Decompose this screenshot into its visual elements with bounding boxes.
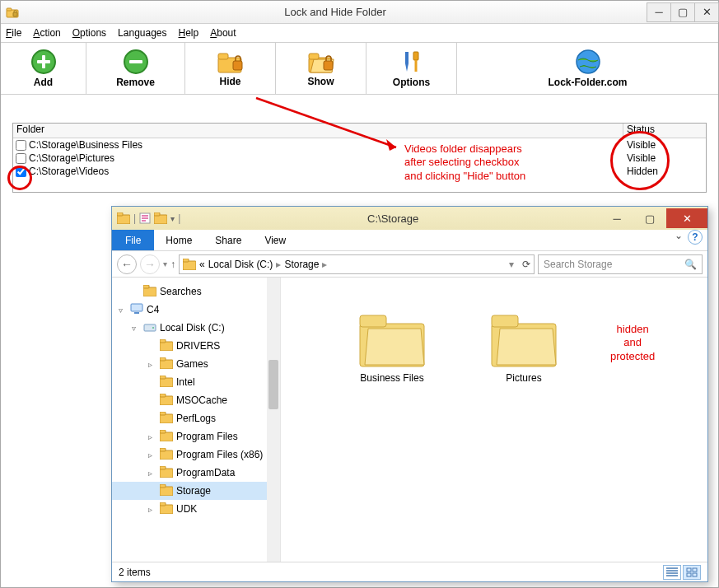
tree-item[interactable]: MSOCache bbox=[112, 391, 280, 409]
ribbon-expand-icon[interactable]: ⌄ bbox=[675, 230, 683, 250]
folder-icon bbox=[160, 339, 173, 353]
menu-about[interactable]: About bbox=[210, 27, 236, 39]
explorer-close-button[interactable]: ✕ bbox=[666, 208, 707, 228]
content-label: Pictures bbox=[479, 372, 569, 384]
svg-rect-62 bbox=[687, 573, 691, 576]
view-details-button[interactable] bbox=[663, 565, 681, 580]
row-checkbox[interactable] bbox=[16, 140, 26, 151]
close-button[interactable]: ✕ bbox=[694, 2, 719, 22]
tree-item[interactable]: ▿Local Disk (C:) bbox=[112, 319, 280, 337]
svg-rect-47 bbox=[160, 448, 166, 451]
menu-action[interactable]: Action bbox=[33, 27, 60, 39]
svg-rect-25 bbox=[154, 212, 160, 216]
view-icons-button[interactable] bbox=[683, 565, 701, 580]
navigation-tree[interactable]: Searches▿C4▿Local Disk (C:)DRIVERS▹Games… bbox=[112, 278, 281, 562]
ribbon-tab-home[interactable]: Home bbox=[154, 230, 203, 250]
tree-label: PerfLogs bbox=[176, 413, 216, 424]
content-item-business-files[interactable]: Business Files bbox=[347, 310, 437, 384]
nav-forward-button[interactable]: → bbox=[140, 254, 160, 274]
add-button[interactable]: Add bbox=[1, 43, 86, 94]
nav-back-button[interactable]: ← bbox=[117, 254, 137, 274]
breadcrumb-part2[interactable]: Storage bbox=[284, 259, 319, 270]
minimize-button[interactable]: ─ bbox=[647, 2, 671, 22]
tree-item[interactable]: Searches bbox=[112, 282, 280, 301]
explorer-window: | ▾ | C:\Storage ─ ▢ ✕ File Home Share V… bbox=[111, 206, 708, 582]
row-checkbox[interactable] bbox=[16, 153, 26, 164]
options-label: Options bbox=[393, 77, 430, 88]
website-label: Lock-Folder.com bbox=[548, 77, 627, 88]
show-label: Show bbox=[308, 76, 334, 87]
tree-item[interactable]: ▿C4 bbox=[112, 301, 280, 319]
row-checkbox[interactable] bbox=[16, 166, 26, 177]
column-folder[interactable]: Folder bbox=[13, 124, 623, 138]
chevron-icon[interactable]: ▿ bbox=[132, 324, 140, 333]
explorer-titlebar: | ▾ | C:\Storage ─ ▢ ✕ bbox=[112, 207, 707, 230]
chevron-right-icon[interactable]: ▸ bbox=[322, 259, 327, 270]
menu-options[interactable]: Options bbox=[72, 27, 106, 39]
ribbon-tab-view[interactable]: View bbox=[253, 230, 297, 250]
hide-button[interactable]: Hide bbox=[185, 43, 276, 94]
tree-scrollbar[interactable] bbox=[267, 278, 280, 562]
hide-label: Hide bbox=[219, 76, 240, 87]
table-row[interactable]: C:\Storage\PicturesVisible bbox=[13, 152, 706, 165]
tree-item[interactable]: ▹UDK bbox=[112, 500, 280, 518]
menu-help[interactable]: Help bbox=[179, 27, 199, 39]
ribbon-file-tab[interactable]: File bbox=[112, 230, 154, 250]
chevron-icon[interactable]: ▹ bbox=[148, 450, 156, 460]
tree-label: Program Files (x86) bbox=[176, 449, 263, 460]
chevron-right-icon[interactable]: ▸ bbox=[276, 259, 281, 270]
explorer-maximize-button[interactable]: ▢ bbox=[633, 208, 666, 228]
chevron-icon[interactable]: ▿ bbox=[119, 306, 127, 315]
search-input[interactable]: Search Storage 🔍 bbox=[538, 254, 703, 274]
tree-item[interactable]: ▹Games bbox=[112, 355, 280, 373]
list-header: Folder Status bbox=[13, 124, 706, 138]
svg-rect-60 bbox=[687, 568, 691, 572]
options-button[interactable]: Options bbox=[367, 43, 457, 94]
content-item-pictures[interactable]: Pictures bbox=[479, 310, 569, 384]
tree-item[interactable]: DRIVERS bbox=[112, 337, 280, 355]
refresh-icon[interactable]: ⟳ bbox=[522, 259, 530, 270]
chevron-icon[interactable]: ▹ bbox=[148, 432, 156, 441]
nav-up-button[interactable]: ↑ bbox=[170, 259, 175, 270]
content-pane[interactable]: Business Files Pictures hidden and prote… bbox=[281, 278, 707, 562]
nav-history-icon[interactable]: ▾ bbox=[163, 259, 167, 268]
svg-rect-29 bbox=[143, 285, 149, 288]
row-status: Visible bbox=[623, 139, 706, 151]
table-row[interactable]: C:\Storage\Business FilesVisible bbox=[13, 138, 706, 152]
tree-item[interactable]: ▹ProgramData bbox=[112, 464, 280, 482]
tree-item[interactable]: Storage bbox=[112, 482, 280, 500]
tree-item[interactable]: Intel bbox=[112, 373, 280, 391]
tree-label: Games bbox=[176, 358, 208, 370]
show-button[interactable]: Show bbox=[276, 43, 367, 94]
menu-languages[interactable]: Languages bbox=[118, 27, 166, 39]
chevron-icon[interactable]: ▹ bbox=[148, 469, 156, 478]
chevron-down-icon[interactable]: ▾ bbox=[509, 259, 514, 270]
remove-button[interactable]: Remove bbox=[86, 43, 185, 94]
chevron-icon[interactable]: ▹ bbox=[148, 505, 156, 514]
folder-icon bbox=[160, 430, 173, 444]
explorer-statusbar: 2 items bbox=[112, 562, 707, 581]
tree-label: Program Files bbox=[176, 431, 238, 442]
chevron-icon[interactable]: ▹ bbox=[148, 360, 156, 369]
svg-rect-37 bbox=[160, 357, 166, 361]
breadcrumb-part1[interactable]: Local Disk (C:) bbox=[208, 259, 273, 270]
svg-rect-46 bbox=[160, 450, 173, 460]
drive-icon bbox=[143, 321, 156, 335]
help-icon[interactable]: ? bbox=[688, 230, 703, 245]
table-row[interactable]: C:\Storage\VideosHidden bbox=[13, 165, 706, 178]
column-status[interactable]: Status bbox=[623, 124, 706, 138]
explorer-minimize-button[interactable]: ─ bbox=[600, 208, 633, 228]
menu-file[interactable]: File bbox=[6, 27, 21, 39]
svg-rect-30 bbox=[131, 304, 142, 311]
maximize-button[interactable]: ▢ bbox=[670, 2, 695, 22]
search-placeholder: Search Storage bbox=[544, 259, 612, 270]
tree-item[interactable]: PerfLogs bbox=[112, 409, 280, 427]
tree-item[interactable]: ▹Program Files (x86) bbox=[112, 446, 280, 464]
ribbon-tab-share[interactable]: Share bbox=[203, 230, 253, 250]
breadcrumb[interactable]: « Local Disk (C:) ▸ Storage ▸ ▾ ⟳ bbox=[179, 254, 535, 274]
computer-icon bbox=[130, 303, 143, 317]
website-button[interactable]: Lock-Folder.com bbox=[457, 43, 718, 94]
svg-rect-40 bbox=[160, 396, 173, 405]
tree-item[interactable]: ▹Program Files bbox=[112, 427, 280, 446]
svg-rect-1 bbox=[7, 8, 12, 11]
